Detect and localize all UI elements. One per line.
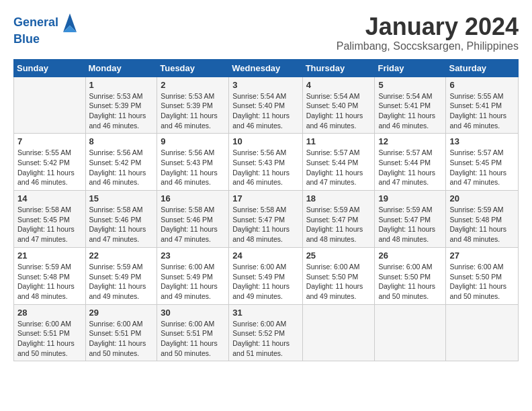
title-block: January 2024 Palimbang, Soccsksargen, Ph… <box>337 13 519 52</box>
weekday-header-monday: Monday <box>85 59 157 77</box>
weekday-header-friday: Friday <box>375 59 446 77</box>
calendar-cell: 23Sunrise: 6:00 AM Sunset: 5:49 PM Dayli… <box>157 247 229 304</box>
logo: General Blue <box>13 13 78 47</box>
day-info: Sunrise: 6:00 AM Sunset: 5:50 PM Dayligh… <box>306 262 371 302</box>
logo-icon <box>63 13 77 32</box>
day-number: 27 <box>449 250 515 261</box>
day-info: Sunrise: 6:00 AM Sunset: 5:50 PM Dayligh… <box>378 262 442 302</box>
logo-text: General Blue <box>13 13 78 47</box>
calendar-week-row: 21Sunrise: 5:59 AM Sunset: 5:48 PM Dayli… <box>14 247 519 304</box>
day-info: Sunrise: 5:53 AM Sunset: 5:39 PM Dayligh… <box>161 91 225 131</box>
day-number: 2 <box>161 80 225 90</box>
calendar-cell: 30Sunrise: 6:00 AM Sunset: 5:51 PM Dayli… <box>157 304 229 361</box>
day-info: Sunrise: 5:58 AM Sunset: 5:47 PM Dayligh… <box>232 205 298 244</box>
day-number: 8 <box>89 136 154 146</box>
calendar-cell: 21Sunrise: 5:59 AM Sunset: 5:48 PM Dayli… <box>14 247 86 304</box>
day-number: 11 <box>306 136 371 146</box>
weekday-header-row: SundayMondayTuesdayWednesdayThursdayFrid… <box>14 59 519 77</box>
day-number: 7 <box>17 136 82 146</box>
day-info: Sunrise: 6:00 AM Sunset: 5:50 PM Dayligh… <box>449 262 515 302</box>
day-info: Sunrise: 5:56 AM Sunset: 5:43 PM Dayligh… <box>161 148 225 187</box>
calendar-cell: 22Sunrise: 5:59 AM Sunset: 5:49 PM Dayli… <box>85 247 157 304</box>
calendar-cell <box>302 304 375 361</box>
day-number: 15 <box>89 193 154 203</box>
calendar-cell: 2Sunrise: 5:53 AM Sunset: 5:39 PM Daylig… <box>157 77 229 134</box>
day-number: 25 <box>306 250 371 261</box>
page-header: General Blue January 2024 Palimbang, Soc… <box>13 13 519 52</box>
calendar-cell: 5Sunrise: 5:54 AM Sunset: 5:41 PM Daylig… <box>375 77 446 134</box>
calendar-cell <box>14 77 86 134</box>
day-info: Sunrise: 5:58 AM Sunset: 5:46 PM Dayligh… <box>89 205 154 244</box>
day-info: Sunrise: 6:00 AM Sunset: 5:52 PM Dayligh… <box>232 319 298 359</box>
calendar-cell: 9Sunrise: 5:56 AM Sunset: 5:43 PM Daylig… <box>157 134 229 191</box>
calendar-header: SundayMondayTuesdayWednesdayThursdayFrid… <box>14 59 519 77</box>
day-info: Sunrise: 5:57 AM Sunset: 5:44 PM Dayligh… <box>306 148 371 187</box>
calendar-cell: 12Sunrise: 5:57 AM Sunset: 5:44 PM Dayli… <box>375 134 446 191</box>
day-info: Sunrise: 5:55 AM Sunset: 5:41 PM Dayligh… <box>449 91 515 131</box>
day-info: Sunrise: 6:00 AM Sunset: 5:49 PM Dayligh… <box>161 262 225 302</box>
calendar-cell: 26Sunrise: 6:00 AM Sunset: 5:50 PM Dayli… <box>375 247 446 304</box>
day-info: Sunrise: 5:55 AM Sunset: 5:42 PM Dayligh… <box>17 148 82 187</box>
logo-general: General <box>13 15 58 29</box>
day-info: Sunrise: 5:53 AM Sunset: 5:39 PM Dayligh… <box>89 91 154 131</box>
calendar-cell: 13Sunrise: 5:57 AM Sunset: 5:45 PM Dayli… <box>446 134 519 191</box>
day-number: 28 <box>17 308 82 318</box>
calendar-cell: 28Sunrise: 6:00 AM Sunset: 5:51 PM Dayli… <box>14 304 86 361</box>
day-number: 26 <box>378 250 442 261</box>
day-info: Sunrise: 5:57 AM Sunset: 5:45 PM Dayligh… <box>449 148 515 187</box>
calendar-cell: 14Sunrise: 5:58 AM Sunset: 5:45 PM Dayli… <box>14 191 86 248</box>
calendar-body: 1Sunrise: 5:53 AM Sunset: 5:39 PM Daylig… <box>14 77 519 361</box>
day-info: Sunrise: 5:58 AM Sunset: 5:46 PM Dayligh… <box>161 205 225 244</box>
day-number: 13 <box>449 136 515 146</box>
day-info: Sunrise: 6:00 AM Sunset: 5:49 PM Dayligh… <box>232 262 298 302</box>
calendar-cell: 18Sunrise: 5:59 AM Sunset: 5:47 PM Dayli… <box>302 191 375 248</box>
calendar-cell <box>446 304 519 361</box>
day-number: 29 <box>89 308 154 318</box>
location: Palimbang, Soccsksargen, Philippines <box>337 40 519 52</box>
calendar-cell: 4Sunrise: 5:54 AM Sunset: 5:40 PM Daylig… <box>302 77 375 134</box>
weekday-header-sunday: Sunday <box>14 59 86 77</box>
day-number: 14 <box>17 193 82 203</box>
calendar-cell: 27Sunrise: 6:00 AM Sunset: 5:50 PM Dayli… <box>446 247 519 304</box>
weekday-header-wednesday: Wednesday <box>229 59 302 77</box>
day-number: 4 <box>306 80 371 90</box>
day-info: Sunrise: 5:54 AM Sunset: 5:40 PM Dayligh… <box>306 91 371 131</box>
day-number: 22 <box>89 250 154 261</box>
day-number: 30 <box>161 308 225 318</box>
day-info: Sunrise: 5:59 AM Sunset: 5:48 PM Dayligh… <box>449 205 515 244</box>
day-number: 20 <box>449 193 515 203</box>
day-info: Sunrise: 5:54 AM Sunset: 5:41 PM Dayligh… <box>378 91 442 131</box>
day-number: 24 <box>232 250 298 261</box>
day-number: 23 <box>161 250 225 261</box>
day-number: 12 <box>378 136 442 146</box>
logo-blue: Blue <box>13 32 78 47</box>
day-info: Sunrise: 5:56 AM Sunset: 5:42 PM Dayligh… <box>89 148 154 187</box>
day-number: 31 <box>232 308 298 318</box>
calendar-cell: 8Sunrise: 5:56 AM Sunset: 5:42 PM Daylig… <box>85 134 157 191</box>
day-number: 6 <box>449 80 515 90</box>
calendar-cell: 20Sunrise: 5:59 AM Sunset: 5:48 PM Dayli… <box>446 191 519 248</box>
weekday-header-thursday: Thursday <box>302 59 375 77</box>
day-info: Sunrise: 5:59 AM Sunset: 5:47 PM Dayligh… <box>306 205 371 244</box>
calendar-cell: 1Sunrise: 5:53 AM Sunset: 5:39 PM Daylig… <box>85 77 157 134</box>
day-info: Sunrise: 5:59 AM Sunset: 5:48 PM Dayligh… <box>17 262 82 302</box>
calendar-cell <box>375 304 446 361</box>
calendar-cell: 24Sunrise: 6:00 AM Sunset: 5:49 PM Dayli… <box>229 247 302 304</box>
day-number: 18 <box>306 193 371 203</box>
day-number: 17 <box>232 193 298 203</box>
calendar-cell: 29Sunrise: 6:00 AM Sunset: 5:51 PM Dayli… <box>85 304 157 361</box>
day-number: 10 <box>232 136 298 146</box>
calendar-week-row: 28Sunrise: 6:00 AM Sunset: 5:51 PM Dayli… <box>14 304 519 361</box>
calendar-cell: 11Sunrise: 5:57 AM Sunset: 5:44 PM Dayli… <box>302 134 375 191</box>
day-info: Sunrise: 5:58 AM Sunset: 5:45 PM Dayligh… <box>17 205 82 244</box>
calendar-cell: 3Sunrise: 5:54 AM Sunset: 5:40 PM Daylig… <box>229 77 302 134</box>
calendar-cell: 31Sunrise: 6:00 AM Sunset: 5:52 PM Dayli… <box>229 304 302 361</box>
calendar-cell: 25Sunrise: 6:00 AM Sunset: 5:50 PM Dayli… <box>302 247 375 304</box>
day-number: 1 <box>89 80 154 90</box>
day-info: Sunrise: 5:54 AM Sunset: 5:40 PM Dayligh… <box>232 91 298 131</box>
day-number: 16 <box>161 193 225 203</box>
calendar-week-row: 1Sunrise: 5:53 AM Sunset: 5:39 PM Daylig… <box>14 77 519 134</box>
month-title: January 2024 <box>337 13 519 40</box>
weekday-header-saturday: Saturday <box>446 59 519 77</box>
day-info: Sunrise: 5:57 AM Sunset: 5:44 PM Dayligh… <box>378 148 442 187</box>
